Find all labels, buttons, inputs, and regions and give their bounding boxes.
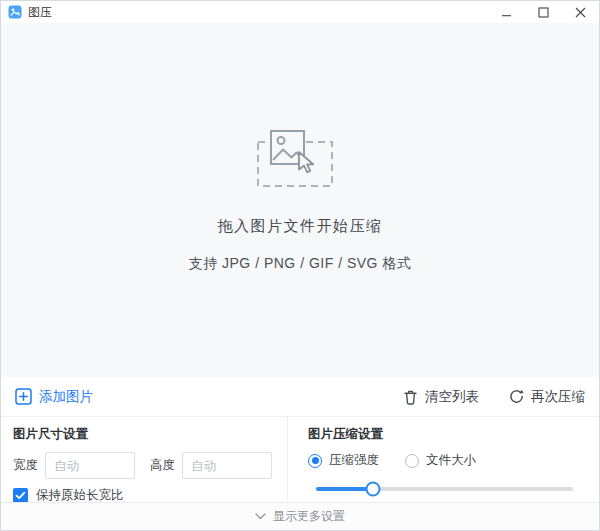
app-logo-icon <box>8 5 22 19</box>
strength-label: 压缩强度 <box>329 452 379 469</box>
height-input[interactable] <box>182 452 272 479</box>
compression-settings-panel: 图片压缩设置 压缩强度 文件大小 1 2 3 <box>288 417 599 502</box>
trash-icon <box>403 389 418 405</box>
toolbar: 添加图片 清空列表 再次压缩 <box>1 377 599 417</box>
compression-mode-row: 压缩强度 文件大小 <box>308 452 575 469</box>
titlebar: 图压 <box>1 1 599 23</box>
size-settings-title: 图片尺寸设置 <box>13 426 277 443</box>
width-label: 宽度 <box>13 457 38 474</box>
slider-track[interactable] <box>316 487 573 491</box>
size-inputs-row: 宽度 高度 <box>13 452 277 479</box>
refresh-icon <box>509 389 524 404</box>
compress-again-button[interactable]: 再次压缩 <box>509 388 585 406</box>
maximize-button[interactable] <box>525 1 562 23</box>
minimize-button[interactable] <box>488 1 525 23</box>
compression-strength-slider[interactable] <box>316 482 573 496</box>
app-window: 图压 <box>0 0 600 531</box>
compress-again-label: 再次压缩 <box>531 388 585 406</box>
settings-section: 图片尺寸设置 宽度 高度 保持原始长宽比 图片压缩设置 <box>1 417 599 502</box>
close-icon <box>575 7 586 18</box>
drop-hint-primary: 拖入图片文件开始压缩 <box>218 217 383 236</box>
window-controls <box>488 1 599 23</box>
width-input[interactable] <box>45 452 135 479</box>
window-title: 图压 <box>28 4 52 21</box>
keep-aspect-ratio-checkbox[interactable] <box>13 488 28 503</box>
radio-option-filesize[interactable]: 文件大小 <box>405 452 476 469</box>
radio-option-strength[interactable]: 压缩强度 <box>308 452 379 469</box>
filesize-label: 文件大小 <box>426 452 476 469</box>
slider-fill <box>316 487 373 491</box>
slider-handle[interactable] <box>366 482 381 497</box>
add-plus-square-icon <box>15 388 32 405</box>
radio-unselected-icon <box>405 454 419 468</box>
drop-hint-formats: 支持 JPG / PNG / GIF / SVG 格式 <box>189 255 412 273</box>
radio-selected-icon <box>308 454 322 468</box>
chevron-down-icon <box>255 513 266 520</box>
clear-list-button[interactable]: 清空列表 <box>403 388 479 406</box>
size-settings-panel: 图片尺寸设置 宽度 高度 保持原始长宽比 <box>1 417 288 502</box>
height-label: 高度 <box>150 457 175 474</box>
add-images-button[interactable]: 添加图片 <box>15 388 93 406</box>
clear-list-label: 清空列表 <box>425 388 479 406</box>
show-more-settings-toggle[interactable]: 显示更多设置 <box>1 502 599 530</box>
maximize-icon <box>538 7 549 18</box>
show-more-settings-label: 显示更多设置 <box>273 508 345 525</box>
add-images-label: 添加图片 <box>39 388 93 406</box>
minimize-icon <box>501 7 512 18</box>
drop-target-icon <box>254 128 346 190</box>
image-drop-zone[interactable]: 拖入图片文件开始压缩 支持 JPG / PNG / GIF / SVG 格式 <box>1 23 599 377</box>
close-button[interactable] <box>562 1 599 23</box>
check-icon <box>15 491 26 500</box>
toolbar-right-group: 清空列表 再次压缩 <box>403 388 585 406</box>
compression-settings-title: 图片压缩设置 <box>308 426 575 443</box>
